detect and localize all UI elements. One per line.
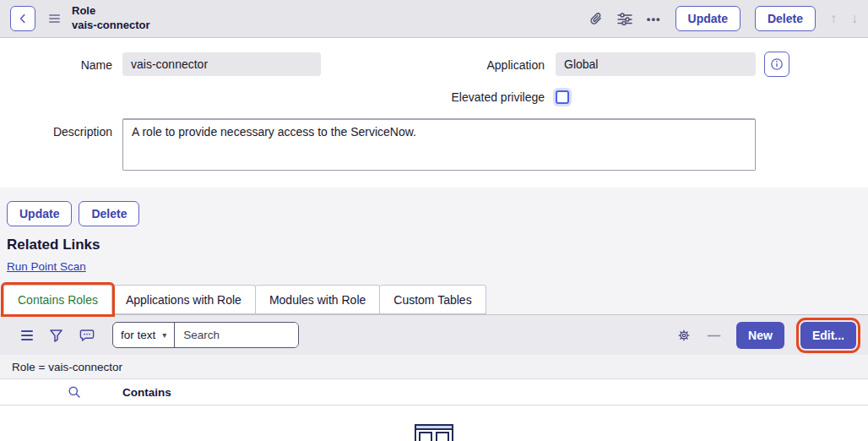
form-delete-button[interactable]: Delete	[79, 201, 139, 226]
tab-custom-tables[interactable]: Custom Tables	[380, 285, 486, 314]
next-record-icon[interactable]: ↓	[851, 11, 858, 26]
application-info-button[interactable]	[764, 52, 789, 77]
new-button[interactable]: New	[736, 322, 784, 349]
gear-icon	[676, 328, 692, 343]
chat-bubble-icon	[79, 329, 95, 342]
elevated-privilege-checkbox[interactable]	[556, 90, 569, 104]
column-search-icon[interactable]	[68, 385, 81, 399]
record-context-menu-icon[interactable]	[49, 14, 60, 23]
search-scope-dropdown[interactable]: for text ▾	[113, 323, 175, 347]
header-delete-button[interactable]: Delete	[755, 6, 816, 31]
breadcrumb[interactable]: Role = vais-connector	[12, 361, 122, 373]
list-toolbar: for text ▾	[0, 314, 868, 355]
personalize-form-button[interactable]	[617, 12, 632, 25]
application-field[interactable]	[556, 52, 756, 76]
list-search-group: for text ▾	[112, 322, 299, 348]
related-links-heading: Related Links	[7, 237, 100, 253]
search-scope-value: for text	[121, 329, 155, 341]
record-header-bar: Role vais-connector	[0, 0, 868, 38]
name-field[interactable]	[122, 52, 321, 76]
servicenow-role-form-screen: Role vais-connector	[0, 0, 868, 441]
funnel-icon	[49, 329, 63, 342]
run-point-scan-link[interactable]: Run Point Scan	[7, 260, 86, 273]
list-context-menu-icon[interactable]	[21, 330, 33, 340]
header-update-button[interactable]: Update	[675, 6, 741, 31]
chevron-left-icon	[17, 13, 29, 24]
contains-roles-list-panel: for text ▾	[0, 314, 868, 441]
list-breadcrumb-row: Role = vais-connector	[0, 355, 868, 379]
column-header-contains[interactable]: Contains	[122, 386, 171, 399]
previous-record-icon[interactable]: ↑	[830, 11, 837, 26]
header-actions: ••• Update Delete ↑ ↓	[589, 6, 858, 31]
info-icon	[770, 57, 784, 71]
record-title-block: Role vais-connector	[72, 4, 149, 33]
more-options-icon[interactable]: •••	[647, 13, 661, 25]
form-action-buttons: Update Delete	[7, 201, 139, 226]
list-toolbar-actions: — New Edit...	[676, 322, 856, 349]
comments-button[interactable]	[79, 329, 95, 342]
sliders-icon	[617, 12, 632, 25]
list-body-empty	[0, 406, 868, 441]
tab-modules-with-role[interactable]: Modules with Role	[256, 285, 380, 314]
record-type-title: Role	[72, 4, 149, 19]
description-label: Description	[0, 125, 112, 139]
form-update-button[interactable]: Update	[7, 201, 72, 226]
tab-contains-roles[interactable]: Contains Roles	[3, 285, 112, 314]
name-label: Name	[0, 58, 112, 72]
list-search-input[interactable]	[175, 323, 298, 347]
filter-button[interactable]	[49, 329, 63, 342]
collapse-list-icon[interactable]: —	[708, 328, 720, 342]
record-name-subtitle: vais-connector	[72, 19, 149, 33]
empty-table-illustration	[415, 424, 453, 441]
edit-button[interactable]: Edit...	[800, 322, 856, 349]
list-header-row: Contains	[0, 379, 868, 406]
elevated-privilege-label: Elevated privilege	[376, 90, 545, 104]
tab-applications-with-role[interactable]: Applications with Role	[112, 285, 256, 314]
attachment-button[interactable]	[589, 12, 603, 26]
back-button[interactable]	[10, 6, 35, 31]
record-lower-section: Update Delete Related Links Run Point Sc…	[0, 188, 868, 441]
list-settings-button[interactable]	[676, 328, 692, 343]
description-field[interactable]: A role to provide necessary access to th…	[122, 118, 756, 171]
paperclip-icon	[589, 12, 603, 26]
chevron-down-icon: ▾	[162, 330, 166, 340]
application-label: Application	[376, 58, 545, 72]
role-form: Name Application Elevated privilege Desc…	[0, 38, 868, 188]
related-lists-tabs: Contains Roles Applications with Role Mo…	[3, 285, 486, 314]
